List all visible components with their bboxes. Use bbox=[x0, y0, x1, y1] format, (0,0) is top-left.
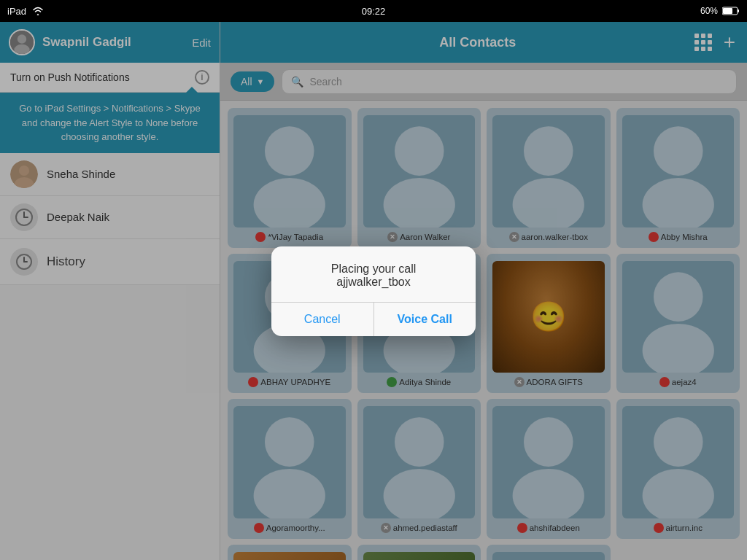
status-right: 60% bbox=[700, 6, 740, 16]
status-left: iPad bbox=[7, 6, 44, 17]
status-bar: iPad 09:22 60% bbox=[0, 0, 747, 22]
svg-rect-2 bbox=[723, 8, 732, 14]
call-modal: Placing your call ajjwalker_tbox Cancel … bbox=[271, 246, 476, 336]
modal-overlay: Placing your call ajjwalker_tbox Cancel … bbox=[0, 22, 747, 560]
modal-title: Placing your call bbox=[286, 262, 461, 276]
carrier-label: iPad bbox=[7, 6, 26, 17]
modal-buttons: Cancel Voice Call bbox=[271, 303, 476, 336]
cancel-button[interactable]: Cancel bbox=[271, 303, 374, 336]
battery-icon bbox=[722, 7, 740, 15]
svg-rect-1 bbox=[738, 9, 739, 12]
status-time: 09:22 bbox=[362, 6, 386, 17]
voice-call-button[interactable]: Voice Call bbox=[374, 303, 476, 336]
battery-label: 60% bbox=[700, 6, 718, 16]
modal-subtitle: ajjwalker_tbox bbox=[286, 276, 461, 289]
modal-content: Placing your call ajjwalker_tbox bbox=[271, 246, 476, 303]
wifi-icon bbox=[32, 7, 44, 15]
